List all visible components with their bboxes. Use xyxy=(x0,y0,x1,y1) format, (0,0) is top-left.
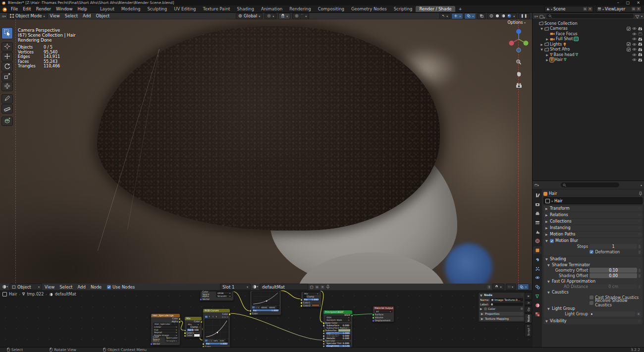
orientation-selector[interactable]: Global▾ xyxy=(236,13,263,19)
eye-icon[interactable] xyxy=(632,43,637,46)
workspace-tab-sculpting[interactable]: Sculpting xyxy=(144,6,170,12)
proportional-editing-toggle[interactable]: ⌒▾ xyxy=(292,13,309,19)
outliner-search-input[interactable] xyxy=(546,14,634,18)
node-canvas[interactable]: Hair› ∇ tmp.022› defaultMat ▼Node∷ Name:… xyxy=(0,291,533,347)
camera-view-icon[interactable] xyxy=(516,80,522,90)
sidebar-tab-script-t[interactable]: Script T xyxy=(525,324,532,337)
steps-field[interactable]: 1 xyxy=(590,244,637,249)
minimize-button[interactable]: – xyxy=(617,0,619,5)
properties-search-input[interactable] xyxy=(561,182,619,187)
workspace-tab-render-shade[interactable]: Render / Shade xyxy=(416,6,455,12)
viewport-menu-view[interactable]: View xyxy=(48,13,62,18)
properties-tab-physics[interactable] xyxy=(533,274,541,282)
node-panel-section-texture-mapping[interactable]: ▶Texture Mapping∷ xyxy=(480,317,524,321)
render-visibility-icon[interactable] xyxy=(638,48,643,52)
render-view[interactable]: Camera Perspective(67) Scene Collection … xyxy=(0,19,533,284)
node-header[interactable]: Mix xyxy=(185,317,202,320)
panel-visibility[interactable]: ▼Visibility∷ xyxy=(543,318,643,324)
tool-select-box[interactable] xyxy=(1,27,13,39)
panel-instancing[interactable]: ▶Instancing∷ xyxy=(543,225,643,231)
shader-menu-select[interactable]: Select xyxy=(57,285,75,290)
node-mix-top[interactable]: Mix▾ClampFac1.000Color1Color2 xyxy=(301,292,322,307)
eye-icon[interactable] xyxy=(632,53,637,57)
outliner-new-collection-icon[interactable]: ▾ xyxy=(641,14,643,18)
node-curves-top[interactable]: ↖ ✕0.000000.00000Fac1.000Color xyxy=(250,291,281,315)
close-button[interactable]: ✕ xyxy=(637,0,640,5)
node-header[interactable]: Material Output xyxy=(373,306,394,310)
viewport-3d[interactable]: ⊞▾ Object Mode▾ ViewSelectAddObject Glob… xyxy=(0,13,533,284)
panel-motion-paths[interactable]: ▶Motion Paths∷ xyxy=(543,232,643,237)
eye-icon[interactable] xyxy=(632,58,637,61)
sidebar-tab-node[interactable]: Node xyxy=(525,313,532,323)
checkbox[interactable] xyxy=(590,301,593,305)
panel-collections[interactable]: ▶Collections∷ xyxy=(543,219,643,225)
overlays-toggle[interactable]: ▾ xyxy=(464,13,476,19)
material-browse-icon[interactable]: ▾ xyxy=(252,285,258,289)
properties-tab-constraints[interactable] xyxy=(533,283,541,291)
workspace-tab-compositing[interactable]: Compositing xyxy=(315,6,348,12)
workspace-tab-animation[interactable]: Animation xyxy=(258,6,286,12)
render-visibility-icon[interactable] xyxy=(638,58,643,62)
blender-menu-icon[interactable] xyxy=(2,6,7,12)
outliner-editor-icon[interactable]: ≡▾ xyxy=(534,14,538,18)
panel-transform[interactable]: ▶Transform∷ xyxy=(543,206,643,212)
value-field[interactable]: 0 cm xyxy=(590,284,637,289)
node-snap-toggle[interactable]: ▾ xyxy=(492,284,504,290)
shader-menu-node[interactable]: Node xyxy=(88,285,104,290)
material-pin-icon[interactable] xyxy=(326,284,330,290)
pivot-selector[interactable]: ▾ xyxy=(265,13,276,19)
subpanel-fast-gi[interactable]: ▼Fast GI Approximation xyxy=(543,279,643,284)
outliner-row-hair[interactable]: ▶ ∇Hair∇ xyxy=(533,58,644,63)
viewlayer-new-button[interactable]: ⧉ xyxy=(632,7,636,11)
shader-type-selector[interactable]: Object▾ xyxy=(9,284,42,290)
tool-annotate[interactable] xyxy=(1,94,13,104)
node-input-displacement[interactable]: Displacement xyxy=(373,319,394,322)
outliner-row-lights[interactable]: ▶ Lights xyxy=(533,42,644,47)
subpanel-caustics[interactable]: ▼Caustics xyxy=(543,290,643,295)
menu-help[interactable]: Help xyxy=(75,6,89,11)
checkbox[interactable] xyxy=(590,250,593,254)
properties-tab-world[interactable] xyxy=(533,237,541,245)
outliner-row-scene-collection[interactable]: Scene Collection xyxy=(533,21,644,26)
outliner-row-face-focus[interactable]: Face Focus xyxy=(533,31,644,37)
add-light-group-button[interactable]: + xyxy=(637,312,641,316)
navigation-gizmo[interactable] xyxy=(508,27,530,54)
material-unlink-button[interactable]: ✕ xyxy=(321,285,324,289)
properties-editor-icon[interactable]: 🗔▾ xyxy=(535,183,539,187)
pan-tool-icon[interactable] xyxy=(516,68,522,78)
menu-window[interactable]: Window xyxy=(54,6,75,11)
checkbox-icon[interactable] xyxy=(627,27,631,31)
outliner-filter-icon[interactable] xyxy=(635,11,640,21)
node-color-row[interactable]: ▶Color☰ xyxy=(479,306,525,311)
curve-widget[interactable] xyxy=(252,292,279,305)
add-workspace-button[interactable]: + xyxy=(455,6,466,12)
node-slider-roughness[interactable]: Roughness0.128 xyxy=(323,345,352,347)
node-principled[interactable]: Principled BSDFBSDFGGX▾Random Walk▾Base … xyxy=(323,310,353,347)
node-input-color[interactable]: Color xyxy=(203,345,230,347)
tool-rotate[interactable] xyxy=(1,62,13,71)
node-header[interactable]: Principled BSDF xyxy=(323,310,352,314)
rendered-shading-icon[interactable] xyxy=(507,14,511,18)
render-pause-button[interactable]: ❚❚ xyxy=(518,13,530,19)
node-input-vector[interactable]: Vector xyxy=(201,297,233,300)
properties-tab-tool[interactable] xyxy=(533,191,541,199)
value-field[interactable]: 0.00 xyxy=(590,273,637,278)
editor-type-icon[interactable]: ⊞▾ xyxy=(0,14,6,18)
properties-tab-data[interactable]: ∇ xyxy=(533,293,541,300)
outliner-row-full-shot[interactable]: ▶ Full Shot xyxy=(533,37,644,42)
node-header[interactable]: RGB Curves xyxy=(203,309,230,312)
node-mix-small[interactable]: MixColorMix▾ClampFac0.500Color1Color2 xyxy=(184,316,202,338)
panel-shading[interactable]: ▼Shading∷ ▼Shadow Terminator Geometry Of… xyxy=(543,256,643,318)
select-visibility-toggle[interactable]: ↖▾ xyxy=(439,13,450,19)
tool-transform[interactable] xyxy=(1,82,13,91)
eye-icon[interactable] xyxy=(632,32,637,36)
outliner-display-mode[interactable]: ▾ xyxy=(539,11,545,21)
node-overlays-toggle[interactable]: ▾ xyxy=(517,284,529,290)
sidebar-tab-op[interactable]: Op xyxy=(525,306,532,313)
viewport-menu-add[interactable]: Add xyxy=(80,13,93,18)
viewport-menu-select[interactable]: Select xyxy=(62,13,80,18)
properties-tab-object[interactable] xyxy=(533,246,541,254)
node-panel-section-properties[interactable]: ▶Properties∷ xyxy=(480,312,524,316)
tool-cursor[interactable] xyxy=(1,42,13,52)
tool-add-cube[interactable] xyxy=(1,117,13,126)
